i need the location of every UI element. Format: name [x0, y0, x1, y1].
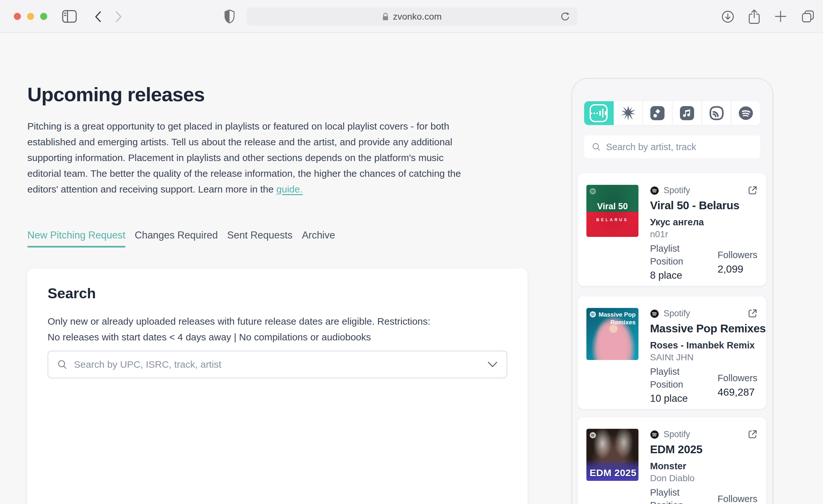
- window-zoom-button[interactable]: [40, 13, 47, 20]
- external-link-icon[interactable]: [748, 430, 758, 439]
- spotify-icon: [589, 432, 596, 439]
- share-icon[interactable]: [747, 9, 761, 25]
- spotify-icon: [650, 430, 659, 439]
- playlist-stats: Playlist Position Followers 404,310: [650, 486, 758, 504]
- search-description-line1: Only new or already uploaded releases wi…: [47, 313, 498, 329]
- artwork-subtitle: BELARUS: [587, 218, 639, 222]
- external-link-icon[interactable]: [748, 309, 758, 318]
- tab-new-pitching-request[interactable]: New Pitching Request: [27, 229, 125, 247]
- artist-name: n01r: [650, 229, 668, 239]
- tab-sent-requests[interactable]: Sent Requests: [227, 229, 293, 247]
- chevron-down-icon[interactable]: [487, 361, 498, 368]
- platform-tab-soundwave[interactable]: [584, 101, 614, 125]
- followers-label: Followers: [717, 248, 758, 261]
- pitching-tabs: New Pitching Request Changes Required Se…: [27, 229, 335, 247]
- spotify-icon: [589, 311, 596, 318]
- refresh-icon[interactable]: [560, 12, 570, 22]
- platform-tabs: [584, 101, 760, 125]
- forward-button-icon[interactable]: [115, 11, 124, 23]
- playlist-card-massive-pop[interactable]: Massive Pop Remixes Spotify Massive Pop …: [578, 296, 766, 409]
- platform-badge: Spotify: [650, 430, 690, 440]
- followers-label: Followers: [717, 372, 758, 384]
- music-notes-square-icon: [680, 106, 694, 121]
- lock-icon: [382, 12, 389, 21]
- browser-chrome: zvonko.com: [0, 0, 823, 33]
- search-icon: [592, 142, 601, 151]
- platform-name: Spotify: [664, 430, 690, 440]
- search-card: Search Only new or already uploaded rele…: [27, 269, 527, 504]
- intro-paragraph: Pitching is a great opportunity to get p…: [27, 118, 476, 197]
- position-label: Playlist Position: [650, 365, 695, 391]
- downloads-icon[interactable]: [721, 10, 734, 23]
- artwork-title: Massive Pop Remixes: [597, 311, 636, 326]
- platform-tab-starburst[interactable]: [614, 101, 643, 125]
- intro-text: Pitching is a great opportunity to get p…: [27, 121, 461, 194]
- starburst-icon: [621, 106, 636, 121]
- tab-archive[interactable]: Archive: [302, 229, 335, 247]
- window-close-button[interactable]: [14, 13, 21, 20]
- track-name: Roses - Imanbek Remix: [650, 340, 755, 351]
- note-square-icon: [650, 106, 665, 121]
- spotify-icon: [589, 188, 596, 195]
- playlist-title: Massive Pop Remixes: [650, 322, 766, 335]
- followers-value: 469,287: [717, 386, 758, 398]
- release-search-input[interactable]: [74, 359, 481, 370]
- position-label: Playlist Position: [650, 242, 695, 268]
- playlist-title: Viral 50 - Belarus: [650, 199, 739, 212]
- track-name: Укус ангела: [650, 217, 704, 227]
- playlist-artwork: EDM 2025: [587, 429, 639, 481]
- artwork-title: Viral 50: [587, 201, 639, 211]
- search-icon: [57, 359, 67, 370]
- playlist-card-edm2025[interactable]: EDM 2025 Spotify EDM 2025 Monster Don Di…: [578, 417, 766, 504]
- back-button-icon[interactable]: [93, 11, 102, 23]
- guide-link[interactable]: guide.: [277, 184, 303, 194]
- playlist-card-viral50[interactable]: Viral 50 BELARUS Spotify Viral 50 - Bela…: [578, 173, 766, 286]
- platform-badge: Spotify: [650, 185, 690, 195]
- tab-overview-icon[interactable]: [801, 10, 815, 23]
- window-minimize-button[interactable]: [27, 13, 34, 20]
- playlist-title: EDM 2025: [650, 443, 702, 456]
- address-bar[interactable]: zvonko.com: [246, 7, 578, 26]
- platform-badge: Spotify: [650, 309, 690, 319]
- artist-name: SAINt JHN: [650, 352, 693, 363]
- playlist-artwork: Massive Pop Remixes: [587, 308, 639, 360]
- platform-name: Spotify: [664, 309, 690, 319]
- zvuk-waves-icon: [709, 106, 724, 121]
- release-search-field[interactable]: [47, 351, 507, 378]
- artwork-title: EDM 2025: [590, 467, 637, 478]
- platform-tab-zvuk[interactable]: [702, 101, 732, 125]
- search-card-description: Only new or already uploaded releases wi…: [47, 313, 498, 345]
- shield-extension-icon[interactable]: [223, 9, 236, 24]
- spotify-icon: [738, 106, 753, 120]
- url-text: zvonko.com: [393, 12, 442, 22]
- platform-tab-note-square[interactable]: [643, 101, 673, 125]
- search-card-title: Search: [47, 285, 96, 302]
- platform-tab-music-notes[interactable]: [673, 101, 702, 125]
- tab-changes-required[interactable]: Changes Required: [135, 229, 218, 247]
- spotify-icon: [650, 309, 659, 318]
- playlist-artwork: Viral 50 BELARUS: [587, 185, 639, 237]
- spotify-icon: [650, 186, 659, 195]
- platform-tab-spotify[interactable]: [731, 101, 760, 125]
- position-value: 8 place: [650, 270, 717, 281]
- playlist-stats: Playlist Position 10 place Followers 469…: [650, 365, 758, 404]
- playlist-search-field[interactable]: [584, 135, 760, 158]
- playlist-search-input[interactable]: [606, 142, 753, 152]
- platform-name: Spotify: [664, 185, 690, 195]
- page-title: Upcoming releases: [27, 83, 205, 106]
- position-value: 10 place: [650, 393, 717, 404]
- followers-value: 2,099: [717, 263, 758, 275]
- position-label: Playlist Position: [650, 486, 695, 504]
- sidebar-toggle-icon[interactable]: [62, 10, 77, 23]
- playlist-stats: Playlist Position 8 place Followers 2,09…: [650, 242, 758, 281]
- new-tab-icon[interactable]: [775, 11, 786, 22]
- search-description-line2: No releases with start dates < 4 days aw…: [47, 329, 498, 345]
- track-name: Monster: [650, 461, 686, 472]
- phone-preview-panel: Viral 50 BELARUS Spotify Viral 50 - Bela…: [571, 78, 774, 504]
- soundwave-icon: [590, 104, 608, 122]
- artist-name: Don Diablo: [650, 473, 695, 483]
- external-link-icon[interactable]: [748, 185, 758, 195]
- followers-label: Followers: [717, 492, 758, 504]
